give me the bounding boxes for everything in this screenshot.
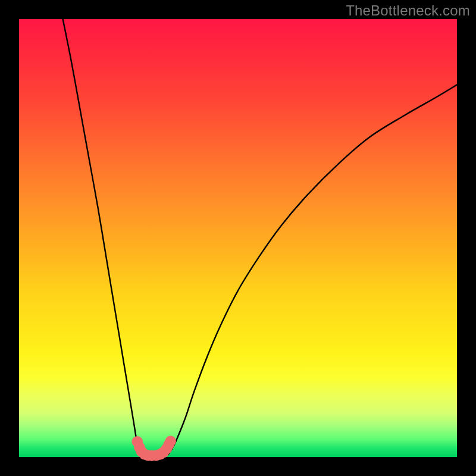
chart-svg	[19, 19, 457, 457]
curve-right-branch	[168, 84, 457, 455]
chart-plot-area	[19, 19, 457, 457]
valley-marker-dot	[165, 436, 176, 447]
watermark-text: TheBottleneck.com	[346, 2, 470, 19]
curve-left-branch	[63, 19, 142, 455]
chart-frame: TheBottleneck.com	[0, 0, 476, 476]
